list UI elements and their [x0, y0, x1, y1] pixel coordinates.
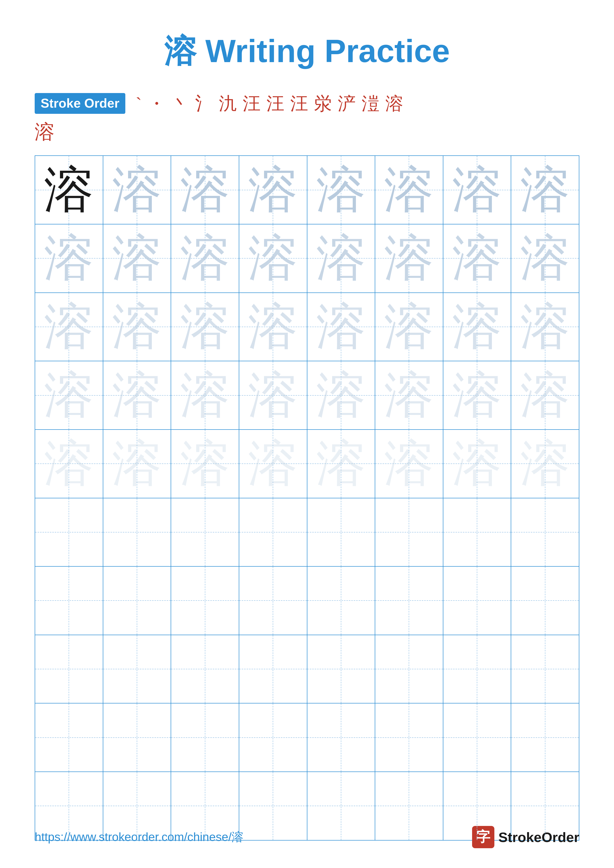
stroke-step-10: 浐 [338, 93, 356, 114]
grid-cell-6-3[interactable] [171, 498, 239, 566]
practice-char: 溶 [180, 234, 230, 283]
grid-cell-6-1[interactable] [35, 498, 103, 566]
grid-cell-8-2[interactable] [103, 635, 171, 703]
grid-cell-9-7[interactable] [443, 704, 511, 772]
grid-cell-7-7[interactable] [443, 567, 511, 635]
stroke-step-12: 溶 [385, 93, 403, 114]
grid-cell-5-2[interactable]: 溶 [103, 430, 171, 498]
practice-char: 溶 [521, 165, 570, 215]
grid-cell-9-5[interactable] [307, 704, 376, 772]
practice-char: 溶 [384, 439, 434, 488]
stroke-step-2: ・ [148, 93, 165, 114]
grid-cell-4-6[interactable]: 溶 [375, 361, 443, 429]
grid-cell-3-4[interactable]: 溶 [239, 293, 307, 361]
footer-url[interactable]: https://www.strokeorder.com/chinese/溶 [35, 829, 244, 845]
stroke-step-9: 泶 [314, 93, 332, 114]
grid-cell-9-8[interactable] [511, 704, 579, 772]
grid-cell-2-3[interactable]: 溶 [171, 225, 239, 293]
grid-cell-8-7[interactable] [443, 635, 511, 703]
grid-cell-8-5[interactable] [307, 635, 376, 703]
practice-char: 溶 [248, 234, 298, 283]
grid-cell-8-6[interactable] [375, 635, 443, 703]
grid-cell-2-5[interactable]: 溶 [307, 225, 376, 293]
grid-cell-6-2[interactable] [103, 498, 171, 566]
grid-cell-7-2[interactable] [103, 567, 171, 635]
stroke-step-3: 丶 [171, 93, 189, 114]
grid-cell-1-8[interactable]: 溶 [511, 156, 579, 224]
grid-cell-1-7[interactable]: 溶 [443, 156, 511, 224]
grid-cell-2-1[interactable]: 溶 [35, 225, 103, 293]
grid-cell-8-3[interactable] [171, 635, 239, 703]
grid-cell-1-5[interactable]: 溶 [307, 156, 376, 224]
grid-cell-4-1[interactable]: 溶 [35, 361, 103, 429]
grid-cell-1-2[interactable]: 溶 [103, 156, 171, 224]
grid-cell-5-4[interactable]: 溶 [239, 430, 307, 498]
grid-cell-5-3[interactable]: 溶 [171, 430, 239, 498]
stroke-step-11: 溰 [362, 93, 379, 114]
grid-cell-5-5[interactable]: 溶 [307, 430, 376, 498]
practice-char: 溶 [180, 165, 230, 215]
grid-cell-7-1[interactable] [35, 567, 103, 635]
practice-char: 溶 [248, 370, 298, 420]
grid-cell-1-6[interactable]: 溶 [375, 156, 443, 224]
grid-cell-6-8[interactable] [511, 498, 579, 566]
practice-char: 溶 [112, 370, 162, 420]
grid-cell-5-1[interactable]: 溶 [35, 430, 103, 498]
strokeorder-logo-text: StrokeOrder [498, 829, 579, 845]
grid-cell-4-5[interactable]: 溶 [307, 361, 376, 429]
practice-char: 溶 [452, 165, 502, 215]
grid-cell-2-2[interactable]: 溶 [103, 225, 171, 293]
grid-cell-6-6[interactable] [375, 498, 443, 566]
grid-cell-9-2[interactable] [103, 704, 171, 772]
grid-cell-2-4[interactable]: 溶 [239, 225, 307, 293]
grid-cell-4-2[interactable]: 溶 [103, 361, 171, 429]
footer: https://www.strokeorder.com/chinese/溶 字 … [35, 826, 579, 848]
practice-char: 溶 [44, 370, 93, 420]
grid-cell-4-3[interactable]: 溶 [171, 361, 239, 429]
grid-cell-6-5[interactable] [307, 498, 376, 566]
grid-cell-8-4[interactable] [239, 635, 307, 703]
grid-cell-1-1[interactable]: 溶 [35, 156, 103, 224]
grid-cell-3-6[interactable]: 溶 [375, 293, 443, 361]
grid-cell-3-5[interactable]: 溶 [307, 293, 376, 361]
grid-cell-9-4[interactable] [239, 704, 307, 772]
grid-cell-1-3[interactable]: 溶 [171, 156, 239, 224]
grid-cell-3-3[interactable]: 溶 [171, 293, 239, 361]
grid-row-8 [35, 635, 579, 704]
grid-cell-2-8[interactable]: 溶 [511, 225, 579, 293]
practice-char: 溶 [248, 302, 298, 352]
grid-cell-3-8[interactable]: 溶 [511, 293, 579, 361]
grid-cell-5-6[interactable]: 溶 [375, 430, 443, 498]
grid-cell-2-7[interactable]: 溶 [443, 225, 511, 293]
practice-char: 溶 [112, 302, 162, 352]
grid-cell-4-8[interactable]: 溶 [511, 361, 579, 429]
grid-cell-9-1[interactable] [35, 704, 103, 772]
practice-char: 溶 [384, 370, 434, 420]
grid-cell-4-4[interactable]: 溶 [239, 361, 307, 429]
grid-cell-3-7[interactable]: 溶 [443, 293, 511, 361]
grid-cell-2-6[interactable]: 溶 [375, 225, 443, 293]
grid-cell-1-4[interactable]: 溶 [239, 156, 307, 224]
practice-char: 溶 [180, 370, 230, 420]
grid-cell-5-8[interactable]: 溶 [511, 430, 579, 498]
grid-cell-3-1[interactable]: 溶 [35, 293, 103, 361]
grid-cell-3-2[interactable]: 溶 [103, 293, 171, 361]
grid-cell-4-7[interactable]: 溶 [443, 361, 511, 429]
grid-cell-7-8[interactable] [511, 567, 579, 635]
grid-cell-6-7[interactable] [443, 498, 511, 566]
grid-cell-5-7[interactable]: 溶 [443, 430, 511, 498]
grid-cell-7-5[interactable] [307, 567, 376, 635]
grid-cell-9-3[interactable] [171, 704, 239, 772]
practice-char: 溶 [44, 234, 93, 283]
practice-char: 溶 [452, 370, 502, 420]
grid-cell-8-8[interactable] [511, 635, 579, 703]
title-area: 溶 Writing Practice [35, 30, 579, 73]
grid-cell-9-6[interactable] [375, 704, 443, 772]
grid-cell-6-4[interactable] [239, 498, 307, 566]
grid-cell-7-6[interactable] [375, 567, 443, 635]
grid-cell-7-4[interactable] [239, 567, 307, 635]
practice-char: 溶 [180, 302, 230, 352]
practice-char: 溶 [521, 439, 570, 488]
grid-cell-7-3[interactable] [171, 567, 239, 635]
grid-cell-8-1[interactable] [35, 635, 103, 703]
